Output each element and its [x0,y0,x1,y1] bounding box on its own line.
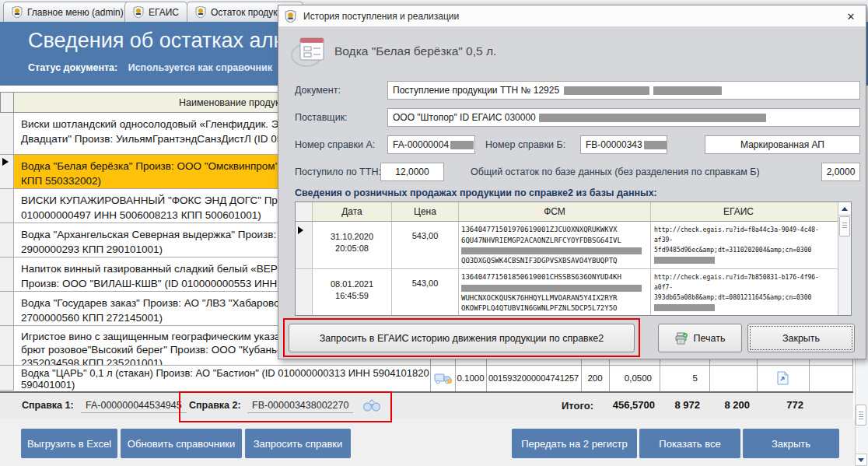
refresh-spravki-button[interactable]: Обновить справочники [121,429,242,458]
ref-b-field[interactable]: FB-00000343 [580,135,667,154]
balance-label: Общий остаток по базе данных (без раздел… [471,166,760,177]
redacted-text [461,285,642,292]
sales-row[interactable]: 31.10.2020 20:05:08 543,00 1364047715019… [296,222,851,269]
col-price[interactable]: Цена [392,202,459,221]
ttn-field[interactable]: 12,0000 [380,163,444,181]
redacted-text [539,114,766,122]
scroll-up-button[interactable] [838,202,851,215]
row-selector [0,366,14,391]
emblem-icon [285,10,296,26]
export-excel-button[interactable]: Выгрузить в Excel [21,429,117,458]
transfer-register2-button[interactable]: Передать на 2 регистр [512,429,637,458]
redacted-text [654,257,715,264]
main-scrollbar-thumb[interactable] [856,405,866,426]
sale-time: 16:45:59 [313,290,391,302]
button-label: Запросить в ЕГАИС историю движения проду… [320,333,604,344]
tab-main-menu[interactable]: Главное меню (admin) [3,2,132,22]
scroll-down-button[interactable] [855,454,867,466]
ref-b-label: Номер справки Б: [485,139,565,150]
supplier-field[interactable]: ООО "Штопор" ID ЕГАИС 030000 [387,108,860,127]
row-selector [0,113,14,155]
sale-egais-url: http://check.egais.ru?id=7b850831-b176-4… [651,269,839,315]
document-link-cell[interactable] [758,366,808,391]
print-button[interactable]: Печать [658,324,742,352]
redacted-text [564,86,649,95]
sales-caption: Сведения о розничных продажах продукции … [295,187,657,198]
sale-date: 31.10.2020 [313,231,391,243]
current-row-arrow-icon [2,158,9,166]
total-qty1: 8 972 [661,399,700,411]
spravka1-label: Справка 1: [22,400,74,411]
row-selector [0,189,14,223]
spravka2-value[interactable]: FB-000003438002270 [247,400,353,413]
show-all-button[interactable]: Показать все [639,429,740,458]
tab-product-balance-label: Остаток продукц [211,7,282,18]
arrow-up-icon [842,207,848,211]
status-value: Используется как справочник [128,62,272,73]
table-scrollbar[interactable] [838,202,851,315]
button-label: Обновить справочники [128,438,235,450]
dialog-titlebar[interactable]: История поступления и реализации ✕ [278,5,866,27]
sale-price: 543,00 [392,222,459,268]
volume-cell[interactable]: 0.1000 [456,366,485,391]
tab-egais[interactable]: ЕГАИС [124,2,187,22]
spravka1-value[interactable]: FA-000000044534945 [81,400,187,413]
row-selector-current [296,222,313,268]
close-dialog-button[interactable]: Закрыть [747,324,855,352]
sales-table: Дата Цена ФСМ ЕГАИС 31.10.2020 20:05:08 … [295,201,852,316]
printer-icon [675,332,688,345]
total-label: Итого: [562,400,593,412]
ref-a-label: Номер справки А: [295,139,375,150]
redacted-text [450,141,474,149]
col-fsm[interactable]: ФСМ [459,202,651,221]
bottom-bar: Выгрузить в Excel Обновить справочники З… [0,419,868,466]
history-dialog: История поступления и реализации ✕ Водка… [278,5,866,359]
sale-date: 08.01.2021 [313,279,391,290]
redacted-text [653,86,722,95]
search-binoculars-icon[interactable] [362,398,381,415]
close-icon[interactable]: ✕ [842,9,859,24]
screen: Главное меню (admin) ЕГАИС Остаток проду… [0,0,868,466]
qty-cell[interactable]: 200 [582,366,608,391]
page-title: Сведения об остатках алкого [28,29,313,53]
request-egais-history-button[interactable]: Запросить в ЕГАИС историю движения проду… [289,324,635,352]
dal-cell[interactable]: 0,0500 [610,366,659,391]
truck-icon-cell[interactable]: ? [431,366,455,391]
sale-price: 543,00 [392,269,459,315]
row-selector [296,269,313,315]
request-spravki-button[interactable]: Запросить справки [245,429,351,458]
status-label: Статус документа: [28,62,117,73]
sale-fsm: 136404771501850619001CHSSBS636ONYUD4KH W… [459,269,651,315]
count-cell[interactable]: 5 [660,366,709,391]
list-corner [0,92,14,113]
dialog-title: История поступления и реализации [303,11,459,22]
button-label: Показать все [659,438,720,450]
ttn-value: 12,0000 [395,166,429,177]
col-date[interactable]: Дата [313,202,392,221]
volume-value: 0.1000 [457,373,484,383]
button-label: Запросить справки [254,438,343,450]
marked-ap-label: Маркированная АП [740,139,824,150]
sales-table-header: Дата Цена ФСМ ЕГАИС [296,202,851,222]
tab-main-menu-label: Главное меню (admin) [27,7,124,18]
sales-row[interactable]: 08.01.2021 16:45:59 543,00 1364047715018… [296,269,851,315]
supplier-value: ООО "Штопор" ID ЕГАИС 030000 [393,112,536,123]
barcode-value: 0015932000004741257 [488,373,579,383]
barcode-cell[interactable]: 0015932000004741257 [487,366,580,391]
row-selector [0,223,14,258]
tab-egais-label: ЕГАИС [149,7,179,18]
row-selector [0,292,14,326]
product-row-tsar[interactable]: Водка "ЦАРЬ" 0,1 л (стакан) Произв: АО "… [14,366,430,391]
ref-a-field[interactable]: FA-00000004 [387,135,475,154]
row-selector [0,258,14,292]
document-icon [777,371,789,385]
table-scrollbar-thumb[interactable] [839,216,850,237]
document-field[interactable]: Поступление продукции ТТН № 12925 [387,81,860,100]
redacted-text [654,304,715,311]
qty-value: 200 [587,373,602,383]
balance-field[interactable]: 2,0000 [821,163,860,181]
list-header-label: Наименование продук [179,97,280,108]
button-label: Передать на 2 регистр [521,438,628,450]
col-egais[interactable]: ЕГАИС [651,202,826,221]
close-main-button[interactable]: Закрыть [743,429,839,458]
